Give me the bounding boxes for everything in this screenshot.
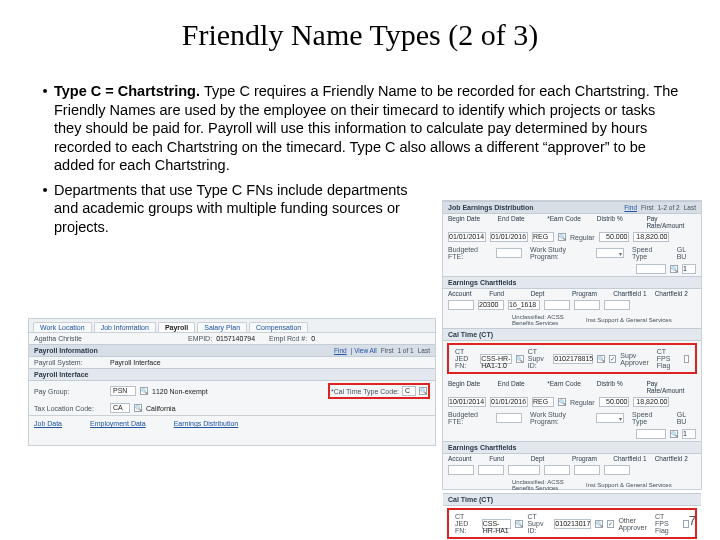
cf-col-labels: Account Fund Dept Program Chartfield 1 C… (443, 289, 701, 298)
last-link[interactable]: Last (418, 347, 430, 354)
lookup-icon[interactable]: 🔍 (140, 387, 148, 395)
lookup-icon[interactable]: 🔍 (597, 355, 605, 363)
speed-input[interactable] (636, 264, 666, 274)
prog-desc: Inst Support & General Services (586, 317, 672, 323)
fund-input[interactable] (478, 465, 504, 475)
bullet-2: • Departments that use Type C FNs includ… (36, 181, 416, 237)
earnings-screenshot: Job Earnings Distribution Find First 1-2… (442, 200, 702, 490)
payrate-input[interactable]: 18,820.00 (633, 397, 669, 407)
cf-cf1: Chartfield 1 (613, 290, 654, 297)
acct-input[interactable] (448, 300, 474, 310)
col-end: End Date (498, 215, 548, 229)
dist-col-labels: Begin Date End Date *Earn Code Distrib %… (443, 214, 701, 230)
lookup-icon[interactable]: 🔍 (670, 265, 678, 273)
cf-dept: Dept (531, 290, 572, 297)
cf1-input[interactable] (574, 465, 600, 475)
end-date-input[interactable]: 01/01/2016 (490, 232, 528, 242)
last-link[interactable]: Last (684, 204, 696, 211)
cf-col-labels-2: Account Fund Dept Program Chartfield 1 C… (443, 454, 701, 463)
emp-header-row: Agatha Christie EMPID: 0157140794 Empl R… (29, 333, 435, 344)
bottom-links: Job Data Employment Data Earnings Distri… (29, 415, 435, 429)
dept-input[interactable] (508, 465, 540, 475)
ctjed-label: CT JED FN: (455, 348, 476, 369)
ctsupv-input[interactable]: 010213017 (554, 519, 591, 529)
tab-compensation[interactable]: Compensation (249, 322, 308, 332)
tab-work-location[interactable]: Work Location (33, 322, 92, 332)
paygroup-input[interactable]: PSN (110, 386, 136, 396)
taxloc-input[interactable]: CA (110, 403, 130, 413)
link-earnings-dist[interactable]: Earnings Distribution (174, 420, 239, 427)
col-payrate: Pay Rate/Amount (646, 215, 696, 229)
prog-input[interactable] (544, 300, 570, 310)
link-employment-data[interactable]: Employment Data (90, 420, 146, 427)
link-job-data[interactable]: Job Data (34, 420, 62, 427)
lookup-icon[interactable]: 🔍 (670, 430, 678, 438)
distpct-input[interactable]: 50.000 (599, 397, 629, 407)
glbu-input[interactable]: 1 (682, 264, 696, 274)
find-link[interactable]: Find (334, 347, 347, 354)
payrate-input[interactable]: 18,820.00 (633, 232, 669, 242)
acct-input[interactable] (448, 465, 474, 475)
lookup-icon[interactable]: 🔍 (516, 355, 524, 363)
find-link[interactable]: Find (624, 204, 637, 211)
jed-toolbar: Find First 1-2 of 2 Last (624, 204, 696, 211)
end-date-input[interactable]: 01/01/2016 (490, 397, 528, 407)
wsp-select[interactable] (596, 413, 624, 423)
budfte-input[interactable] (496, 413, 522, 423)
viewall-link[interactable]: | View All (351, 347, 377, 354)
earn-code-input[interactable]: REG (532, 397, 554, 407)
speed-input[interactable] (636, 429, 666, 439)
tab-payroll[interactable]: Payroll (158, 322, 195, 332)
tab-job-information[interactable]: Job Information (94, 322, 156, 332)
ctsupv-input[interactable]: 0102178815 (553, 354, 593, 364)
earn-code-input[interactable]: REG (532, 232, 554, 242)
payroll-info-header: Payroll Information Find | View All Firs… (29, 344, 435, 357)
ctjed-input[interactable]: CSS-HR-HA1-1.0 (480, 354, 511, 364)
lookup-icon[interactable]: 🔍 (558, 233, 566, 241)
lookup-icon[interactable]: 🔍 (595, 520, 603, 528)
fund-input[interactable]: 20300 (478, 300, 504, 310)
lookup-icon[interactable]: 🔍 (515, 520, 523, 528)
cf2-input[interactable] (604, 465, 630, 475)
dept-input[interactable]: 16_1618 (508, 300, 540, 310)
cf2-input[interactable] (604, 300, 630, 310)
lookup-icon[interactable]: 🔍 (134, 404, 142, 412)
chartfields-header-2: Earnings Chartfields (443, 441, 701, 454)
ct-row-1: CT JED FN: CSS-HR-HA1-1.0 🔍 CT Supv ID: … (450, 346, 694, 371)
caltime-header-1: Cal Time (CT) (443, 328, 701, 341)
payroll-info-title: Payroll Information (34, 347, 98, 354)
glbu-input[interactable]: 1 (682, 429, 696, 439)
ctjed-input[interactable]: CSS-HR-HA1 (482, 519, 512, 529)
caltime-label: *Cal Time Type Code: (331, 388, 399, 395)
chartfields-header-1: Earnings Chartfields (443, 276, 701, 289)
other-approver-checkbox[interactable] (607, 520, 614, 528)
lookup-icon[interactable]: 🔍 (419, 387, 427, 395)
distpct-input[interactable]: 50.000 (599, 232, 629, 242)
supv-approver-checkbox[interactable] (609, 355, 616, 363)
begin-date-input[interactable]: 10/01/2014 (448, 397, 486, 407)
speed-row: 🔍 1 (443, 262, 701, 276)
emplrcd-label: Empl Rcd #: (269, 335, 307, 342)
begin-date-input[interactable]: 01/01/2014 (448, 232, 486, 242)
wsp-select[interactable] (596, 248, 624, 258)
taxloc-label: Tax Location Code: (34, 405, 106, 412)
budfte-input[interactable] (496, 248, 522, 258)
lookup-icon[interactable]: 🔍 (558, 398, 566, 406)
grid-toolbar: Find | View All First 1 of 1 Last (334, 347, 430, 354)
caltime-highlight: *Cal Time Type Code: C 🔍 (328, 383, 430, 399)
speed-row-2: 🔍 1 (443, 427, 701, 441)
ctsupv-label: CT Supv ID: (528, 348, 550, 369)
caltime-input[interactable]: C (402, 386, 416, 396)
cf-row-1: 20300 16_1618 (443, 298, 701, 312)
paysys-value: Payroll Interface (110, 359, 161, 366)
cf1-input[interactable] (574, 300, 600, 310)
tab-salary-plan[interactable]: Salary Plan (197, 322, 247, 332)
ctfps-checkbox[interactable] (684, 355, 689, 363)
glbu-label: GL BU (677, 246, 696, 260)
cf-row-2 (443, 463, 701, 477)
bullet-1: • Type C = Chartstring. Type C requires … (36, 82, 684, 175)
prog-input[interactable] (544, 465, 570, 475)
first-link[interactable]: First (381, 347, 394, 354)
first-link[interactable]: First (641, 204, 654, 211)
col-begin: Begin Date (448, 215, 498, 229)
